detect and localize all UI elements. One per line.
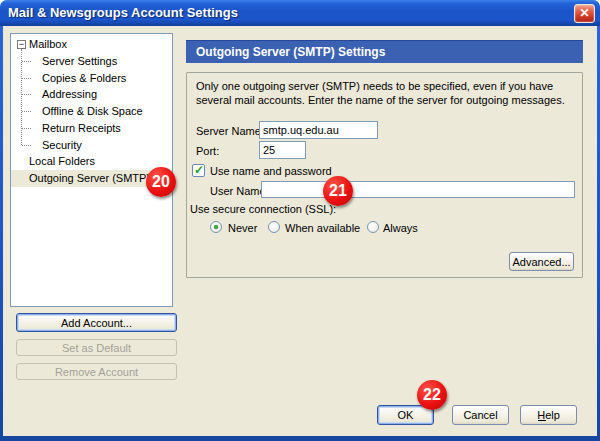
window-title: Mail & Newsgroups Account Settings <box>8 0 238 26</box>
tree-item-security[interactable]: Security <box>11 137 172 154</box>
cancel-button[interactable]: Cancel <box>452 405 509 425</box>
smtp-description: Only one outgoing server (SMTP) needs to… <box>196 79 580 107</box>
mailbox-children: Server Settings Copies & Folders Address… <box>11 53 172 154</box>
ssl-never-label[interactable]: Never <box>228 222 257 234</box>
remove-account-button[interactable]: Remove Account <box>16 363 177 380</box>
ssl-when-available-label[interactable]: When available <box>285 222 360 234</box>
use-name-password-label[interactable]: Use name and password <box>210 165 332 177</box>
server-name-label: Server Name: <box>196 125 264 137</box>
set-as-default-button[interactable]: Set as Default <box>16 339 177 356</box>
tree-item-label: Addressing <box>42 88 97 100</box>
title-bar[interactable]: Mail & Newsgroups Account Settings ✕ <box>0 0 600 26</box>
tree-item-server-settings[interactable]: Server Settings <box>11 53 172 70</box>
tree-item-copies-folders[interactable]: Copies & Folders <box>11 70 172 87</box>
ssl-never-radio[interactable] <box>210 221 222 233</box>
advanced-button[interactable]: Advanced... <box>509 252 574 271</box>
use-name-password-checkbox[interactable]: ✓ <box>192 164 205 177</box>
tree-item-label: Copies & Folders <box>42 72 126 84</box>
tree-item-label: Mailbox <box>29 38 67 50</box>
tree-item-local-folders[interactable]: Local Folders <box>11 153 172 170</box>
annotation-badge-22: 22 <box>417 380 447 410</box>
panel-header: Outgoing Server (SMTP) Settings <box>186 40 583 63</box>
user-name-label: User Name: <box>210 185 269 197</box>
port-label: Port: <box>196 145 219 157</box>
tree-item-label: Server Settings <box>42 55 117 67</box>
user-name-input[interactable] <box>261 181 575 198</box>
account-settings-dialog: Mail & Newsgroups Account Settings ✕ − M… <box>0 0 600 441</box>
tree-item-mailbox[interactable]: − Mailbox <box>11 36 172 53</box>
account-tree[interactable]: − Mailbox Server Settings Copies & Folde… <box>10 33 173 307</box>
add-account-button[interactable]: Add Account... <box>16 313 177 332</box>
help-button[interactable]: Help <box>520 405 577 425</box>
tree-item-label: Return Receipts <box>42 122 121 134</box>
ssl-label: Use secure connection (SSL): <box>190 203 336 215</box>
annotation-badge-21: 21 <box>323 176 353 206</box>
close-button[interactable]: ✕ <box>574 4 595 23</box>
tree-item-return-receipts[interactable]: Return Receipts <box>11 120 172 137</box>
tree-item-label: Security <box>42 139 82 151</box>
tree-item-label: Outgoing Server (SMTP) <box>29 172 150 184</box>
ssl-when-available-radio[interactable] <box>268 221 280 233</box>
tree-item-label: Offline & Disk Space <box>42 105 143 117</box>
collapse-icon[interactable]: − <box>17 40 26 49</box>
tree-item-addressing[interactable]: Addressing <box>11 86 172 103</box>
check-icon: ✓ <box>193 163 205 177</box>
ssl-always-radio[interactable] <box>367 221 379 233</box>
tree-item-offline-disk-space[interactable]: Offline & Disk Space <box>11 103 172 120</box>
tree-item-label: Local Folders <box>29 155 95 167</box>
port-input[interactable] <box>259 141 306 159</box>
server-name-input[interactable] <box>259 121 378 139</box>
ssl-always-label[interactable]: Always <box>383 222 418 234</box>
close-icon: ✕ <box>579 6 589 20</box>
annotation-badge-20: 20 <box>146 167 176 197</box>
tree-root: − Mailbox Server Settings Copies & Folde… <box>11 34 172 187</box>
